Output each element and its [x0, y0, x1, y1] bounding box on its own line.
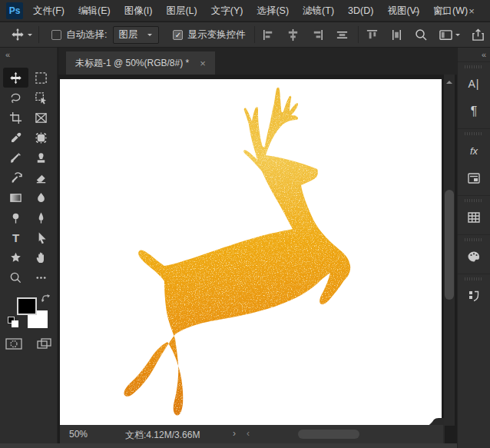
- menu-item[interactable]: 文件(F): [26, 0, 71, 22]
- status-flyout-icon[interactable]: ›: [233, 428, 236, 439]
- minimize-button[interactable]: –: [402, 5, 430, 17]
- character-panel-icon[interactable]: A|: [458, 70, 490, 98]
- right-panel-dock: « A| ¶ fx: [457, 48, 490, 448]
- horizontal-scrollbar-thumb[interactable]: [298, 430, 359, 439]
- color-panel-icon[interactable]: [458, 243, 490, 270]
- panel-grip[interactable]: [465, 238, 483, 241]
- status-bar: 50% 文档:4.12M/3.66M › ‹: [60, 425, 443, 443]
- tool-eraser[interactable]: [28, 168, 54, 187]
- tool-dodge[interactable]: [3, 207, 28, 227]
- chevron-down-icon[interactable]: [455, 34, 460, 38]
- properties-panel-icon[interactable]: [458, 164, 490, 192]
- panel-group: fx: [458, 128, 490, 195]
- tool-brush[interactable]: [3, 148, 28, 168]
- show-transform-checkbox[interactable]: ✓: [173, 30, 183, 40]
- auto-select-target-dropdown[interactable]: 图层: [113, 26, 159, 44]
- screen-mode-button[interactable]: [35, 337, 54, 353]
- status-back-icon[interactable]: ‹: [247, 428, 250, 439]
- menu-item[interactable]: 图层(L): [159, 0, 204, 22]
- tool-panel: « T: [0, 48, 58, 448]
- distribute-vertical-centers-icon[interactable]: [388, 25, 405, 45]
- tool-rectangular-marquee[interactable]: [28, 68, 54, 88]
- auto-select-label: 自动选择:: [66, 28, 107, 41]
- panel-group: [458, 274, 490, 313]
- tool-gradient[interactable]: [3, 187, 28, 207]
- tool-eyedropper[interactable]: [3, 128, 28, 148]
- menu-bar: Ps 文件(F)编辑(E)图像(I)图层(L)文字(Y)选择(S)滤镜(T)3D…: [0, 0, 490, 22]
- canvas[interactable]: [60, 79, 442, 425]
- align-right-edges-icon[interactable]: [309, 25, 326, 45]
- zoom-level-field[interactable]: 50%: [69, 429, 88, 440]
- move-tool-icon[interactable]: [9, 25, 26, 45]
- search-icon[interactable]: [412, 25, 429, 45]
- tab-strip: 未标题-1 @ 50%(RGB/8#) * ×: [58, 48, 457, 75]
- panel-grip[interactable]: [465, 199, 483, 202]
- photoshop-logo[interactable]: Ps: [6, 2, 23, 19]
- tool-lasso[interactable]: [3, 88, 28, 108]
- tool-history-brush[interactable]: [3, 168, 28, 187]
- workspace-switcher-icon[interactable]: [437, 25, 454, 45]
- menu-item[interactable]: 滤镜(T): [296, 0, 341, 22]
- styles-panel-icon[interactable]: fx: [458, 137, 490, 164]
- default-colors-icon[interactable]: [8, 317, 18, 327]
- align-left-edges-icon[interactable]: [260, 25, 276, 45]
- auto-select-checkbox[interactable]: [51, 30, 61, 40]
- foreground-color-swatch[interactable]: [17, 297, 37, 315]
- vertical-scrollbar-thumb[interactable]: [445, 190, 454, 300]
- align-top-edges-icon[interactable]: [363, 25, 380, 45]
- panel-grip[interactable]: [465, 65, 483, 68]
- swap-colors-icon[interactable]: [41, 294, 51, 305]
- tool-type[interactable]: T: [3, 227, 28, 247]
- separator: [358, 26, 359, 43]
- tool-crop[interactable]: [3, 108, 28, 128]
- tool-object-selection[interactable]: [28, 88, 54, 108]
- toolbar-bottom: [5, 337, 54, 353]
- menu-item[interactable]: 3D(D): [341, 0, 380, 22]
- panel-group: [458, 195, 490, 234]
- tool-edit-toolbar[interactable]: [28, 267, 54, 287]
- menu-item[interactable]: 编辑(E): [71, 0, 118, 22]
- distribute-horizontal-icon[interactable]: [333, 25, 350, 45]
- tool-preset-caret-icon[interactable]: [28, 34, 32, 38]
- tool-blur[interactable]: [28, 187, 54, 207]
- expand-panels-icon[interactable]: «: [482, 50, 485, 59]
- menu-item[interactable]: 选择(S): [250, 0, 296, 22]
- color-wells: [11, 295, 49, 332]
- menu-item[interactable]: 文字(Y): [204, 0, 250, 22]
- tools-grid: T: [3, 68, 54, 287]
- paragraph-panel-icon[interactable]: ¶: [458, 98, 490, 125]
- maximize-button[interactable]: □: [430, 5, 458, 17]
- tool-hand[interactable]: [28, 247, 54, 267]
- panel-group: [458, 234, 490, 274]
- tool-custom-shape[interactable]: [3, 247, 28, 267]
- photoshop-window: Ps 文件(F)编辑(E)图像(I)图层(L)文字(Y)选择(S)滤镜(T)3D…: [0, 0, 490, 448]
- tool-clone-stamp[interactable]: [28, 148, 54, 168]
- show-transform-label: 显示变换控件: [187, 28, 245, 41]
- document-tab[interactable]: 未标题-1 @ 50%(RGB/8#) * ×: [66, 51, 215, 75]
- align-horizontal-centers-icon[interactable]: [284, 25, 301, 45]
- collapse-toolbar-icon[interactable]: «: [5, 50, 9, 59]
- tool-zoom[interactable]: [3, 267, 28, 287]
- scroll-up-icon[interactable]: [446, 78, 452, 84]
- tool-frame[interactable]: [28, 108, 54, 128]
- tool-path-selection[interactable]: [28, 227, 54, 247]
- panel-group: A| ¶: [458, 61, 490, 128]
- close-button[interactable]: ×: [458, 5, 485, 17]
- tool-pen[interactable]: [28, 207, 54, 227]
- swatches-panel-icon[interactable]: [458, 204, 490, 231]
- panel-grip[interactable]: [465, 277, 483, 280]
- tool-move[interactable]: [3, 68, 28, 88]
- chevron-down-icon: [147, 34, 152, 38]
- quick-mask-button[interactable]: [5, 337, 23, 353]
- history-panel-icon[interactable]: [458, 282, 490, 310]
- tool-spot-healing-brush[interactable]: [28, 128, 54, 148]
- close-tab-icon[interactable]: ×: [200, 58, 206, 69]
- window-bottom-edge: [0, 443, 457, 448]
- panel-grip[interactable]: [465, 132, 483, 135]
- menu-item[interactable]: 图像(I): [118, 0, 160, 22]
- window-controls: – □ ×: [402, 0, 485, 22]
- auto-select-target-value: 图层: [118, 28, 137, 41]
- vertical-scrollbar[interactable]: [444, 75, 455, 426]
- share-icon[interactable]: [469, 25, 486, 45]
- options-bar: 自动选择: 图层 ✓ 显示变换控件: [0, 22, 490, 48]
